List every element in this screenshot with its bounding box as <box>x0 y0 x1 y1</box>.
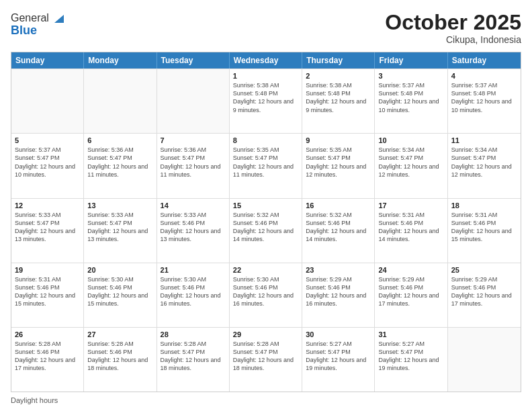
day-cell-6: 6Sunrise: 5:36 AM Sunset: 5:47 PM Daylig… <box>84 134 157 197</box>
day-number-1: 1 <box>233 72 298 80</box>
day-number-20: 20 <box>87 266 152 274</box>
day-cell-7: 7Sunrise: 5:36 AM Sunset: 5:47 PM Daylig… <box>157 134 230 197</box>
day-number-12: 12 <box>15 201 80 210</box>
day-number-11: 11 <box>451 136 517 144</box>
day-info-9: Sunrise: 5:35 AM Sunset: 5:47 PM Dayligh… <box>306 146 371 179</box>
day-cell-3: 3Sunrise: 5:37 AM Sunset: 5:48 PM Daylig… <box>375 69 447 133</box>
day-cell-30: 30Sunrise: 5:27 AM Sunset: 5:47 PM Dayli… <box>302 328 375 392</box>
day-cell-17: 17Sunrise: 5:31 AM Sunset: 5:46 PM Dayli… <box>375 199 447 263</box>
day-cell-20: 20Sunrise: 5:30 AM Sunset: 5:46 PM Dayli… <box>84 263 157 327</box>
weekday-header-friday: Friday <box>375 52 447 68</box>
day-info-26: Sunrise: 5:28 AM Sunset: 5:46 PM Dayligh… <box>15 340 80 373</box>
day-number-5: 5 <box>15 136 80 144</box>
day-number-14: 14 <box>161 201 226 210</box>
weekday-header-wednesday: Wednesday <box>230 52 302 68</box>
day-cell-9: 9Sunrise: 5:35 AM Sunset: 5:47 PM Daylig… <box>302 134 375 197</box>
day-info-28: Sunrise: 5:28 AM Sunset: 5:47 PM Dayligh… <box>161 340 226 373</box>
day-info-8: Sunrise: 5:35 AM Sunset: 5:47 PM Dayligh… <box>233 146 298 179</box>
day-info-21: Sunrise: 5:30 AM Sunset: 5:46 PM Dayligh… <box>161 275 226 308</box>
day-cell-13: 13Sunrise: 5:33 AM Sunset: 5:47 PM Dayli… <box>84 199 157 263</box>
day-cell-25: 25Sunrise: 5:29 AM Sunset: 5:46 PM Dayli… <box>448 263 521 327</box>
empty-cell <box>157 69 230 133</box>
day-info-27: Sunrise: 5:28 AM Sunset: 5:46 PM Dayligh… <box>87 340 152 373</box>
day-info-13: Sunrise: 5:33 AM Sunset: 5:47 PM Dayligh… <box>87 211 152 244</box>
location: Cikupa, Indonesia <box>385 34 521 45</box>
logo-icon <box>52 11 66 26</box>
day-cell-14: 14Sunrise: 5:33 AM Sunset: 5:46 PM Dayli… <box>157 199 230 263</box>
day-info-25: Sunrise: 5:29 AM Sunset: 5:46 PM Dayligh… <box>451 275 517 308</box>
day-cell-26: 26Sunrise: 5:28 AM Sunset: 5:46 PM Dayli… <box>11 328 84 392</box>
calendar-body: 1Sunrise: 5:38 AM Sunset: 5:48 PM Daylig… <box>11 68 521 392</box>
day-cell-21: 21Sunrise: 5:30 AM Sunset: 5:46 PM Dayli… <box>157 263 230 327</box>
day-info-16: Sunrise: 5:32 AM Sunset: 5:46 PM Dayligh… <box>306 211 371 244</box>
day-info-11: Sunrise: 5:34 AM Sunset: 5:47 PM Dayligh… <box>451 146 517 179</box>
day-number-23: 23 <box>306 266 371 274</box>
day-info-30: Sunrise: 5:27 AM Sunset: 5:47 PM Dayligh… <box>306 340 371 373</box>
day-number-9: 9 <box>306 136 371 144</box>
calendar-row-5: 26Sunrise: 5:28 AM Sunset: 5:46 PM Dayli… <box>11 327 521 392</box>
calendar-row-1: 1Sunrise: 5:38 AM Sunset: 5:48 PM Daylig… <box>11 68 521 133</box>
day-info-2: Sunrise: 5:38 AM Sunset: 5:48 PM Dayligh… <box>306 81 371 114</box>
day-number-26: 26 <box>15 330 80 338</box>
day-number-3: 3 <box>378 72 443 80</box>
day-cell-2: 2Sunrise: 5:38 AM Sunset: 5:48 PM Daylig… <box>302 69 375 133</box>
footer-note: Daylight hours <box>11 396 521 404</box>
day-cell-23: 23Sunrise: 5:29 AM Sunset: 5:46 PM Dayli… <box>302 263 375 327</box>
day-info-23: Sunrise: 5:29 AM Sunset: 5:46 PM Dayligh… <box>306 275 371 308</box>
day-info-19: Sunrise: 5:31 AM Sunset: 5:46 PM Dayligh… <box>15 275 80 308</box>
day-number-13: 13 <box>87 201 152 210</box>
day-number-17: 17 <box>378 201 443 210</box>
day-number-2: 2 <box>306 72 371 80</box>
day-cell-5: 5Sunrise: 5:37 AM Sunset: 5:47 PM Daylig… <box>11 134 84 197</box>
day-number-22: 22 <box>233 266 298 274</box>
day-cell-24: 24Sunrise: 5:29 AM Sunset: 5:46 PM Dayli… <box>375 263 447 327</box>
day-cell-27: 27Sunrise: 5:28 AM Sunset: 5:46 PM Dayli… <box>84 328 157 392</box>
svg-marker-0 <box>54 15 64 23</box>
day-number-4: 4 <box>451 72 517 80</box>
day-info-1: Sunrise: 5:38 AM Sunset: 5:48 PM Dayligh… <box>233 81 298 114</box>
weekday-header-monday: Monday <box>84 52 157 68</box>
day-number-16: 16 <box>306 201 371 210</box>
header: General Blue October 2025 Cikupa, Indone… <box>11 11 521 45</box>
day-number-18: 18 <box>451 201 517 210</box>
day-info-4: Sunrise: 5:37 AM Sunset: 5:48 PM Dayligh… <box>451 81 517 114</box>
day-number-15: 15 <box>233 201 298 210</box>
day-info-20: Sunrise: 5:30 AM Sunset: 5:46 PM Dayligh… <box>87 275 152 308</box>
title-block: October 2025 Cikupa, Indonesia <box>385 11 521 45</box>
month-title: October 2025 <box>385 11 521 34</box>
day-number-8: 8 <box>233 136 298 144</box>
page: General Blue October 2025 Cikupa, Indone… <box>0 0 532 411</box>
day-number-10: 10 <box>378 136 443 144</box>
day-info-5: Sunrise: 5:37 AM Sunset: 5:47 PM Dayligh… <box>15 146 80 179</box>
day-number-19: 19 <box>15 266 80 274</box>
day-info-10: Sunrise: 5:34 AM Sunset: 5:47 PM Dayligh… <box>378 146 443 179</box>
weekday-header-thursday: Thursday <box>302 52 375 68</box>
day-number-6: 6 <box>87 136 152 144</box>
empty-cell <box>448 328 521 392</box>
day-cell-22: 22Sunrise: 5:30 AM Sunset: 5:46 PM Dayli… <box>230 263 302 327</box>
calendar-header: SundayMondayTuesdayWednesdayThursdayFrid… <box>11 52 521 68</box>
day-info-6: Sunrise: 5:36 AM Sunset: 5:47 PM Dayligh… <box>87 146 152 179</box>
calendar-row-4: 19Sunrise: 5:31 AM Sunset: 5:46 PM Dayli… <box>11 263 521 327</box>
day-cell-29: 29Sunrise: 5:28 AM Sunset: 5:47 PM Dayli… <box>230 328 302 392</box>
day-cell-10: 10Sunrise: 5:34 AM Sunset: 5:47 PM Dayli… <box>375 134 447 197</box>
calendar-row-2: 5Sunrise: 5:37 AM Sunset: 5:47 PM Daylig… <box>11 133 521 197</box>
day-cell-15: 15Sunrise: 5:32 AM Sunset: 5:46 PM Dayli… <box>230 199 302 263</box>
day-info-14: Sunrise: 5:33 AM Sunset: 5:46 PM Dayligh… <box>161 211 226 244</box>
day-cell-16: 16Sunrise: 5:32 AM Sunset: 5:46 PM Dayli… <box>302 199 375 263</box>
weekday-header-tuesday: Tuesday <box>157 52 230 68</box>
day-info-17: Sunrise: 5:31 AM Sunset: 5:46 PM Dayligh… <box>378 211 443 244</box>
day-info-22: Sunrise: 5:30 AM Sunset: 5:46 PM Dayligh… <box>233 275 298 308</box>
day-cell-1: 1Sunrise: 5:38 AM Sunset: 5:48 PM Daylig… <box>230 69 302 133</box>
day-cell-28: 28Sunrise: 5:28 AM Sunset: 5:47 PM Dayli… <box>157 328 230 392</box>
day-info-18: Sunrise: 5:31 AM Sunset: 5:46 PM Dayligh… <box>451 211 517 244</box>
logo-general-text: General <box>11 12 49 24</box>
day-info-3: Sunrise: 5:37 AM Sunset: 5:48 PM Dayligh… <box>378 81 443 114</box>
calendar-row-3: 12Sunrise: 5:33 AM Sunset: 5:47 PM Dayli… <box>11 198 521 263</box>
day-info-31: Sunrise: 5:27 AM Sunset: 5:47 PM Dayligh… <box>378 340 443 373</box>
day-info-29: Sunrise: 5:28 AM Sunset: 5:47 PM Dayligh… <box>233 340 298 373</box>
day-cell-18: 18Sunrise: 5:31 AM Sunset: 5:46 PM Dayli… <box>448 199 521 263</box>
day-number-28: 28 <box>161 330 226 338</box>
empty-cell <box>11 69 84 133</box>
day-number-21: 21 <box>161 266 226 274</box>
